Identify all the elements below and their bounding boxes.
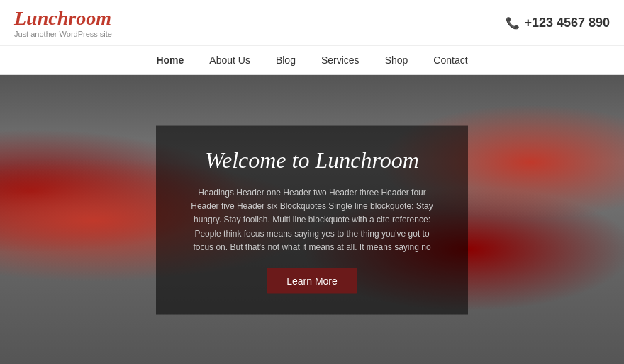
phone-icon: 📞 [506,16,520,30]
phone-area: 📞 +123 4567 890 [506,16,610,30]
learn-more-button[interactable]: Learn More [267,268,357,293]
nav-services[interactable]: Services [308,46,372,74]
logo-area: Lunchroom Just another WordPress site [14,7,112,38]
nav-contact[interactable]: Contact [420,46,480,74]
nav-shop[interactable]: Shop [372,46,421,74]
main-navigation: Home About Us Blog Services Shop Contact [0,46,624,75]
phone-number: +123 4567 890 [524,16,610,30]
hero-overlay: Welcome to Lunchroom Headings Header one… [156,126,468,315]
hero-section: Welcome to Lunchroom Headings Header one… [0,75,624,364]
nav-about[interactable]: About Us [196,46,263,74]
hero-description: Headings Header one Header two Header th… [184,186,440,254]
hero-title: Welcome to Lunchroom [184,147,440,174]
site-header: Lunchroom Just another WordPress site 📞 … [0,0,624,46]
site-tagline: Just another WordPress site [14,30,112,38]
nav-blog[interactable]: Blog [263,46,308,74]
nav-home[interactable]: Home [143,46,196,74]
site-logo[interactable]: Lunchroom [14,7,112,30]
